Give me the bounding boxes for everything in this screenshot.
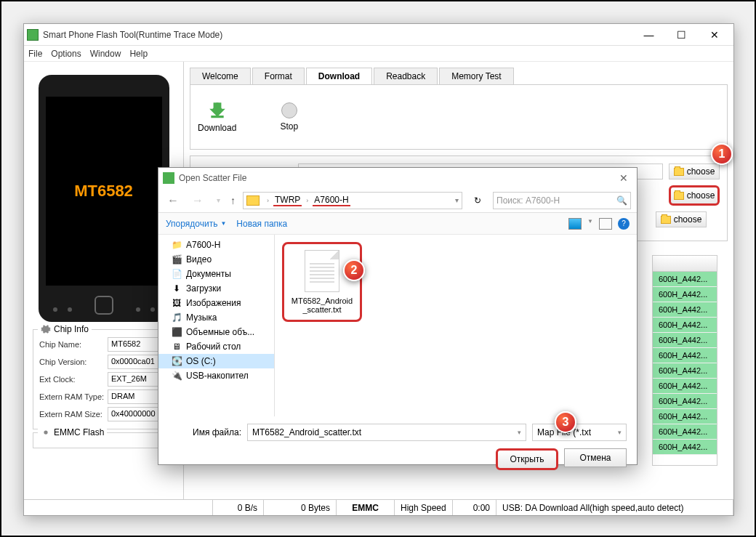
list-item[interactable]: 600H_A442... [653,394,717,409]
maximize-button[interactable]: ☐ [665,24,698,46]
file-scatter[interactable]: MT6582_Android_scatter.txt [282,242,362,322]
cancel-button[interactable]: Отмена [564,448,627,467]
status-speed: 0 B/s [213,500,264,515]
open-button[interactable]: Открыть [496,448,558,470]
tab-welcome[interactable]: Welcome [190,68,251,84]
folder-icon: ⬛ [172,327,182,337]
file-type-select[interactable]: Map File (*.txt▾ [532,424,627,441]
organize-button[interactable]: Упорядочить ▼ [166,219,226,229]
list-item[interactable]: 600H_A442... [653,379,717,394]
folder-icon: 🎬 [172,254,182,265]
help-icon[interactable]: ? [618,218,630,230]
tab-download[interactable]: Download [306,68,372,84]
status-usb: USB: DA Download All(high speed,auto det… [496,500,733,515]
list-header [653,256,717,272]
tree-item[interactable]: 📁A7600-H [158,238,274,252]
tree-item[interactable]: 🔌USB-накопител [158,368,274,383]
chip-info-title: Chip Info [54,324,89,334]
list-item[interactable]: 600H_A442... [653,409,717,424]
breadcrumb[interactable]: › TWRP › A7600-H ▾ [243,192,462,209]
ram-type-label: Extern RAM Type: [39,392,108,401]
chip-info-group: Chip Info Chip Name:MT6582 Chip Version:… [33,329,174,429]
tree-item[interactable]: 🎬Видео [158,252,274,267]
download-button[interactable]: Download [198,101,236,133]
list-item[interactable]: 600H_A442... [653,424,717,440]
new-folder-button[interactable]: Новая папка [236,219,287,229]
dialog-titlebar: Open Scatter File ✕ [158,168,637,188]
list-item[interactable]: 600H_A442... [653,318,717,333]
tab-readback[interactable]: Readback [374,68,438,84]
list-item[interactable]: 600H_A442... [653,302,717,318]
list-item[interactable]: 600H_A442... [653,348,717,363]
nav-recent-icon[interactable]: ▾ [214,196,223,204]
folder-icon [661,216,671,224]
chip-text: MT6582 [74,182,133,201]
stop-label: Stop [280,121,298,132]
stop-button[interactable]: Stop [280,102,298,132]
menu-options[interactable]: Options [51,49,81,59]
folder-tree[interactable]: 📁A7600-H🎬Видео📄Документы⬇Загрузки🖼Изобра… [158,235,275,416]
breadcrumb-a7600h[interactable]: A7600-H [313,195,350,206]
tree-item[interactable]: ⬇Загрузки [158,281,274,296]
emmc-title: EMMC Flash [54,427,104,437]
download-icon [208,101,227,120]
list-item[interactable]: 600H_A442... [653,272,717,287]
stop-icon [281,102,297,118]
app-icon [27,29,39,41]
menu-file[interactable]: File [28,49,42,59]
view-list-icon[interactable] [599,218,612,230]
list-item[interactable]: 600H_A442... [653,333,717,348]
list-item[interactable]: 600H_A442... [653,287,717,302]
tree-item[interactable]: 💽OS (C:) [158,354,274,368]
choose-da-button[interactable]: choose [669,163,720,179]
status-bar: 0 B/s 0 Bytes EMMC High Speed 0:00 USB: … [24,499,733,515]
list-item[interactable]: 600H_A442... [653,363,717,379]
tree-item[interactable]: 🖥Рабочий стол [158,339,274,354]
menu-window[interactable]: Window [90,49,121,59]
search-placeholder: Поиск: A7600-H [496,195,560,206]
minimize-button[interactable]: — [632,24,665,46]
status-mode: High Speed [395,500,453,515]
chevron-right-icon: › [264,197,272,204]
dialog-toolbar: Упорядочить ▼ Новая папка ▼ ? [158,213,637,235]
tree-item[interactable]: 🖼Изображения [158,296,274,310]
chip-name-label: Chip Name: [39,340,108,349]
list-item[interactable]: 600H_A442... [653,440,717,455]
dialog-icon [163,172,174,184]
annotation-3: 3 [555,411,576,433]
choose-scatter-button[interactable]: choose [669,185,720,206]
partition-list: 600H_A442...600H_A442...600H_A442...600H… [652,255,717,466]
chevron-down-icon[interactable]: ▼ [587,218,593,230]
chevron-right-icon: › [303,197,311,204]
status-time: 0:00 [453,500,496,515]
tab-format[interactable]: Format [252,68,305,84]
tree-item[interactable]: 📄Документы [158,267,274,281]
tree-item[interactable]: 🎵Музыка [158,310,274,325]
nav-up-icon[interactable]: ↑ [230,195,236,206]
file-area[interactable]: MT6582_Android_scatter.txt [275,235,637,416]
ext-clock-label: Ext Clock: [39,375,108,384]
filename-input[interactable]: MT6582_Android_scatter.txt▾ [247,424,526,441]
tree-item[interactable]: ⬛Объемные объ... [158,325,274,339]
nav-forward-icon[interactable]: → [189,194,206,207]
tab-memory-test[interactable]: Memory Test [439,68,513,84]
menu-help[interactable]: Help [129,49,148,59]
file-name: MT6582_Android_scatter.txt [290,296,354,314]
chevron-down-icon[interactable]: ▾ [455,196,459,204]
folder-icon: 📄 [172,269,182,279]
close-button[interactable]: ✕ [698,24,731,46]
refresh-button[interactable]: ↻ [470,193,486,209]
search-input[interactable]: Поиск: A7600-H 🔍 [493,192,631,209]
dialog-close-button[interactable]: ✕ [615,169,632,187]
breadcrumb-twrp[interactable]: TWRP [273,195,302,206]
phone-preview: MT6582 [39,75,169,322]
folder-icon [674,192,684,200]
status-bytes: 0 Bytes [264,500,337,515]
download-label: Download [198,123,236,133]
choose-auth-button[interactable]: choose [656,211,707,227]
view-tiles-icon[interactable] [568,218,582,230]
folder-icon: ⬇ [172,283,182,294]
folder-icon [674,168,684,176]
chevron-down-icon: ▾ [618,429,622,436]
nav-back-icon[interactable]: ← [164,194,182,207]
